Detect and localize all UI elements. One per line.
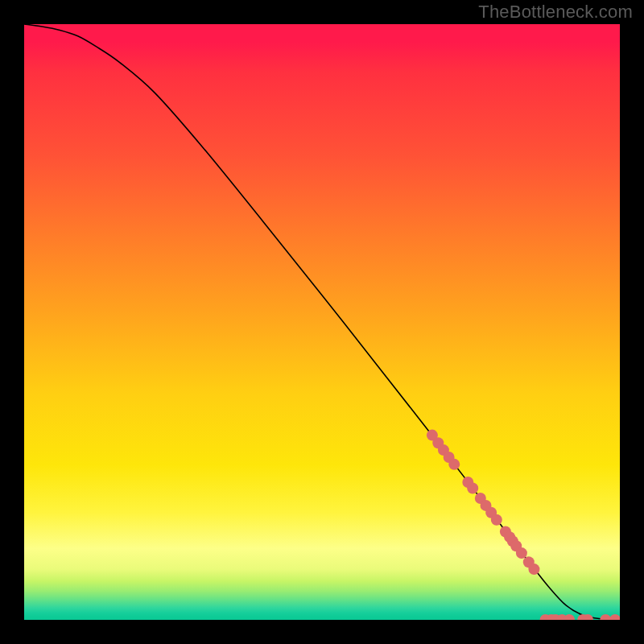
watermark-text: TheBottleneck.com (478, 2, 633, 23)
data-point (448, 459, 460, 470)
data-point (516, 547, 527, 559)
data-point (528, 564, 539, 575)
chart-frame: TheBottleneck.com (0, 0, 644, 644)
plot-area (24, 24, 620, 620)
data-point (467, 482, 478, 493)
data-point (564, 614, 575, 620)
scatter-layer (24, 24, 620, 620)
data-point (491, 514, 502, 526)
data-point (600, 614, 611, 620)
data-point (609, 614, 620, 620)
